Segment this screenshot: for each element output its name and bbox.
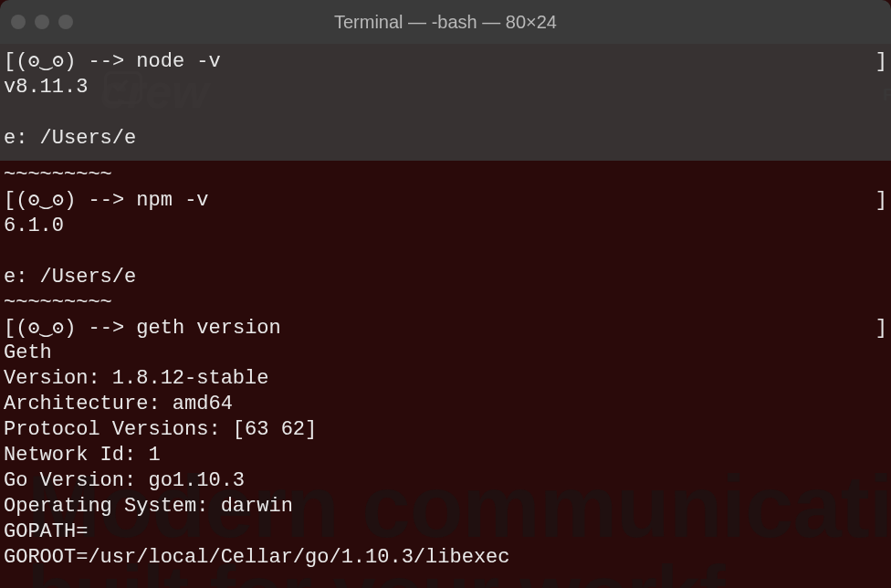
geth-output: Operating System: darwin [4,494,293,520]
terminal-line: Architecture: amd64 [4,392,887,417]
terminal-line: ~~~~~~~~~ [4,290,887,316]
cwd-indicator: e: /Users/e [4,265,136,290]
geth-output: Architecture: amd64 [4,392,233,417]
terminal-line: [(ʘ‿ʘ) --> npm -v ] [4,188,887,214]
geth-output: Version: 1.8.12-stable [4,366,268,392]
terminal-line: Protocol Versions: [63 62] [4,417,887,443]
terminal-line: Network Id: 1 [4,443,887,468]
terminal-output[interactable]: [(ʘ‿ʘ) --> node -v ] v8.11.3 e: /Users/e… [0,44,891,574]
geth-output: GOROOT=/usr/local/Cellar/go/1.10.3/libex… [4,545,510,571]
terminal-line: GOPATH= [4,520,887,545]
terminal-blank-line [4,100,887,126]
prompt-command: [(ʘ‿ʘ) --> npm -v [4,188,209,214]
terminal-line: Geth [4,341,887,366]
prompt-end-bracket: ] [875,188,887,214]
terminal-line: Go Version: go1.10.3 [4,468,887,494]
maximize-window-icon[interactable] [58,15,73,29]
cwd-indicator: e: /Users/e [4,126,136,152]
geth-output: Geth [4,341,52,366]
terminal-line: [(ʘ‿ʘ) --> node -v ] [4,49,887,75]
prompt-command: [(ʘ‿ʘ) --> geth version [4,316,281,341]
close-window-icon[interactable] [11,15,26,29]
prompt-end-bracket: ] [875,49,887,75]
divider-tilde: ~~~~~~~~~ [4,290,112,316]
geth-output: Go Version: go1.10.3 [4,468,245,494]
terminal-line: 6.1.0 [4,214,887,239]
terminal-line: ~~~~~~~~~ [4,163,887,188]
terminal-line: [(ʘ‿ʘ) --> geth version ] [4,316,887,341]
terminal-line: GOROOT=/usr/local/Cellar/go/1.10.3/libex… [4,545,887,571]
window-title: Terminal — -bash — 80×24 [0,12,891,33]
minimize-window-icon[interactable] [35,15,49,29]
window-titlebar[interactable]: Terminal — -bash — 80×24 [0,0,891,44]
terminal-line: e: /Users/e [4,126,887,152]
terminal-scrollback-bottom: ~~~~~~~~~ [(ʘ‿ʘ) --> npm -v ] 6.1.0 e: /… [0,161,891,574]
geth-output: Protocol Versions: [63 62] [4,417,317,443]
divider-tilde: ~~~~~~~~~ [4,163,112,188]
prompt-command: [(ʘ‿ʘ) --> node -v [4,49,221,75]
command-output: 6.1.0 [4,214,64,239]
geth-output: GOPATH= [4,520,88,545]
terminal-scrollback-top: [(ʘ‿ʘ) --> node -v ] v8.11.3 e: /Users/e [0,44,891,161]
geth-output: Network Id: 1 [4,443,161,468]
terminal-line: Operating System: darwin [4,494,887,520]
command-output: v8.11.3 [4,75,88,100]
terminal-blank-line [4,239,887,265]
terminal-line: e: /Users/e [4,265,887,290]
terminal-line: Version: 1.8.12-stable [4,366,887,392]
traffic-lights [0,15,73,29]
terminal-line: v8.11.3 [4,75,887,100]
prompt-end-bracket: ] [875,316,887,341]
